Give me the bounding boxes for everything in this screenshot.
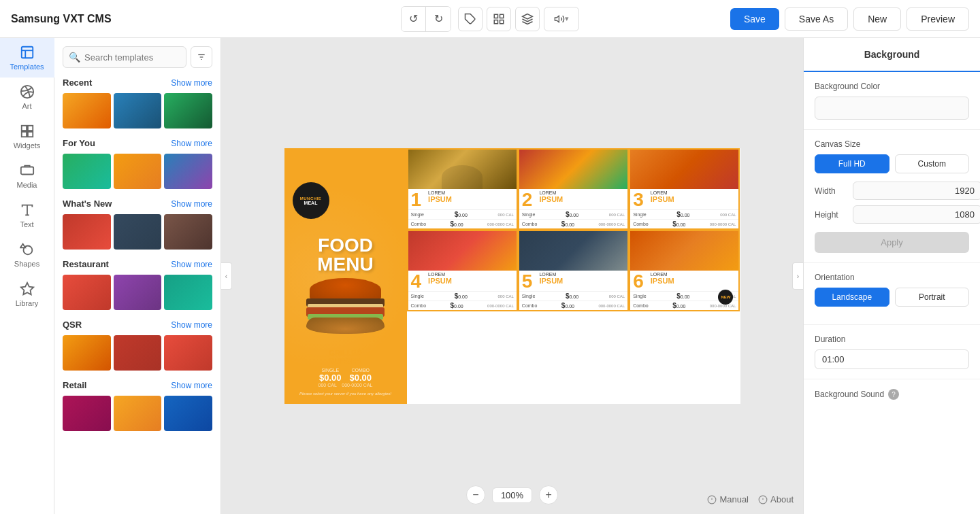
template-thumb[interactable] xyxy=(114,214,162,250)
menu-cell-2[interactable]: 2 LOREM IPSUM Single$0.00000 CAL Combo$0… xyxy=(518,148,629,230)
show-more-retail[interactable]: Show more xyxy=(171,381,212,390)
apply-button[interactable]: Apply xyxy=(815,232,969,253)
manual-link[interactable]: Manual xyxy=(707,494,749,504)
filter-button[interactable] xyxy=(191,46,212,68)
duration-input[interactable] xyxy=(815,349,969,369)
sidebar-item-label: Widgets xyxy=(14,141,41,150)
template-thumb[interactable] xyxy=(63,275,111,310)
art-icon xyxy=(20,84,35,99)
sound-help-icon[interactable]: ? xyxy=(888,389,899,400)
save-as-button[interactable]: Save As xyxy=(785,7,848,31)
about-link[interactable]: About xyxy=(758,494,794,504)
sidebar-item-library[interactable]: Library xyxy=(0,275,54,314)
template-thumb[interactable] xyxy=(114,275,162,310)
right-panel: Background Background Color Canvas Size … xyxy=(803,38,980,514)
width-input[interactable] xyxy=(853,182,980,200)
section-header-whats-new: What's New Show more xyxy=(63,199,212,209)
widgets-icon xyxy=(20,124,35,139)
right-panel-title: Background xyxy=(804,38,980,72)
tag-button[interactable] xyxy=(458,7,483,31)
menu-cell-4[interactable]: 4 LOREM IPSUM Single$0.00000 CAL Combo$0… xyxy=(407,230,518,311)
toolbar-tools: ↺ ↻ ▾ xyxy=(401,6,579,32)
show-more-recent[interactable]: Show more xyxy=(171,78,212,88)
orientation-buttons: Landscape Portrait xyxy=(815,288,969,307)
height-label: Height xyxy=(815,210,847,220)
show-more-whats-new[interactable]: Show more xyxy=(171,199,212,209)
landscape-button[interactable]: Landscape xyxy=(815,288,889,307)
sound-button[interactable]: ▾ xyxy=(544,7,579,31)
section-title-retail: Retail xyxy=(63,380,86,390)
template-thumb[interactable] xyxy=(114,93,162,128)
svg-marker-6 xyxy=(555,16,559,22)
sidebar-item-label: Shapes xyxy=(14,260,39,268)
munchie-meal: MEAL xyxy=(304,201,318,205)
template-thumb[interactable] xyxy=(114,335,162,371)
menu-cell-3[interactable]: 3 LOREM IPSUM Single$0.00000 CAL Combo$0… xyxy=(629,148,740,230)
template-thumb[interactable] xyxy=(63,93,111,128)
orientation-section: Orientation Landscape Portrait xyxy=(804,263,980,324)
canvas-frame[interactable]: MUNCHIE MEAL FOODMENU xyxy=(284,148,740,404)
template-thumb[interactable] xyxy=(164,396,212,431)
undo-redo-group: ↺ ↻ xyxy=(401,6,451,32)
redo-button[interactable]: ↻ xyxy=(426,7,451,31)
menu-cell-5[interactable]: 5 LOREM IPSUM Single$0.00000 CAL Combo$0… xyxy=(518,230,629,311)
preview-button[interactable]: Preview xyxy=(906,7,969,31)
text-icon xyxy=(20,203,35,218)
show-more-restaurant[interactable]: Show more xyxy=(171,260,212,269)
menu-title: FOODMENU xyxy=(317,236,373,274)
sidebar-item-label: Templates xyxy=(10,63,44,71)
template-thumb[interactable] xyxy=(114,154,162,189)
template-thumb[interactable] xyxy=(63,154,111,189)
undo-button[interactable]: ↺ xyxy=(402,7,426,31)
canvas-expand-button[interactable]: › xyxy=(792,262,803,290)
menu-ipsum-4: IPSUM xyxy=(428,277,514,285)
menu-cell-1[interactable]: 1 LOREM IPSUM Single$0.00000 CAL Combo$0… xyxy=(407,148,518,230)
height-input[interactable] xyxy=(853,205,980,224)
show-more-for-you[interactable]: Show more xyxy=(171,139,212,148)
new-button[interactable]: New xyxy=(853,7,901,31)
menu-cell-6[interactable]: 6 LOREM IPSUM Single$0.00000 CAL Combo$0… xyxy=(629,230,740,311)
zoom-in-button[interactable]: + xyxy=(539,485,558,504)
food-menu-template: MUNCHIE MEAL FOODMENU xyxy=(284,148,740,404)
custom-button[interactable]: Custom xyxy=(895,154,970,173)
template-thumb[interactable] xyxy=(164,275,212,310)
svg-rect-14 xyxy=(27,132,32,137)
svg-marker-5 xyxy=(523,14,533,19)
sidebar-item-text[interactable]: Text xyxy=(0,196,54,235)
sidebar-item-art[interactable]: Art xyxy=(0,78,54,117)
show-more-qsr[interactable]: Show more xyxy=(171,320,212,330)
sidebar-item-label: Media xyxy=(17,181,37,189)
template-thumb[interactable] xyxy=(164,335,212,371)
grid-button[interactable] xyxy=(487,7,511,31)
menu-ipsum-2: IPSUM xyxy=(539,196,625,203)
orientation-label: Orientation xyxy=(815,273,969,282)
save-button[interactable]: Save xyxy=(730,8,779,30)
sidebar-item-shapes[interactable]: Shapes xyxy=(0,235,54,275)
portrait-button[interactable]: Portrait xyxy=(895,288,970,307)
sidebar-item-media[interactable]: Media xyxy=(0,156,54,196)
template-thumb[interactable] xyxy=(63,335,111,371)
sidebar-item-templates[interactable]: Templates xyxy=(0,38,54,78)
sidebar-item-widgets[interactable]: Widgets xyxy=(0,117,54,156)
sidebar-item-label: Art xyxy=(22,102,31,110)
template-thumb[interactable] xyxy=(63,214,111,250)
layers-button[interactable] xyxy=(515,7,540,31)
template-thumb[interactable] xyxy=(114,396,162,431)
template-thumb[interactable] xyxy=(63,396,111,431)
zoom-out-button[interactable]: − xyxy=(466,485,485,504)
section-title-whats-new: What's New xyxy=(63,199,112,209)
search-input[interactable] xyxy=(84,48,180,67)
template-thumb[interactable] xyxy=(164,154,212,189)
template-thumb[interactable] xyxy=(164,93,212,128)
canvas-collapse-button[interactable]: ‹ xyxy=(221,262,232,290)
zoom-percent: 100% xyxy=(492,487,532,503)
topbar-actions: Save Save As New Preview xyxy=(730,7,969,31)
topbar: Samsung VXT CMS ↺ ↻ ▾ Save Save As New P… xyxy=(0,0,980,38)
svg-rect-7 xyxy=(21,47,33,58)
template-thumb[interactable] xyxy=(164,214,212,250)
bg-color-input[interactable] xyxy=(815,97,969,120)
svg-rect-11 xyxy=(21,126,26,131)
full-hd-button[interactable]: Full HD xyxy=(815,154,889,173)
sound-label: Background Sound xyxy=(815,390,884,399)
app-logo: Samsung VXT CMS xyxy=(11,13,112,25)
